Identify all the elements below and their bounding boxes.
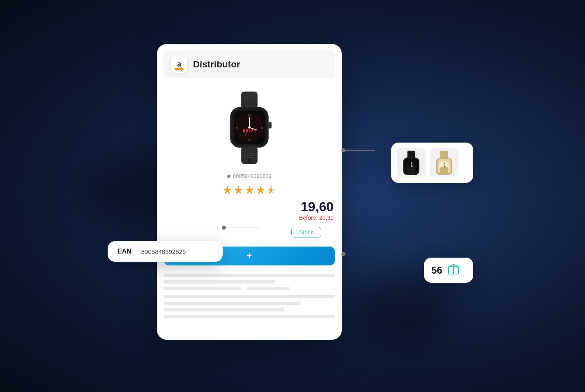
distributor-name: Distributor [193,59,240,70]
product-watch-image: 12 3 6 9 08:25 [216,91,282,165]
connector-dot-stock [341,252,345,256]
ean-card-value: 8005848392829 [141,248,186,255]
variant-black-watch [397,148,426,177]
variant-gold-watch [430,148,458,177]
ean-row-inside-card: 8005848392829 [157,173,342,179]
amazon-logo: a [171,56,187,73]
svg-rect-25 [243,153,256,154]
svg-text:3: 3 [261,126,263,130]
price-before-label: Before: [299,214,318,221]
amazon-a-letter: a [177,60,181,68]
star-3: ★ [244,183,255,197]
svg-rect-3 [243,98,256,99]
line-4 [164,295,335,298]
price-current: 19,60 [299,199,334,214]
svg-rect-1 [243,94,256,95]
svg-rect-37 [440,151,448,159]
svg-rect-26 [243,155,256,156]
line-6 [164,308,284,311]
svg-rect-24 [243,151,256,152]
svg-text:9: 9 [236,126,237,130]
stars-rating: ★ ★ ★ ★ ★ ★ [157,181,342,199]
price-before: Before: 20,30 [299,214,334,221]
stock-count-number: 56 [431,265,442,276]
line-1 [164,274,335,277]
connector-line-ean [223,228,260,228]
stock-count-card: 56 [424,258,473,283]
ean-dot-icon [227,175,230,178]
ean-number-inside: 8005848392829 [233,173,272,179]
svg-rect-30 [408,151,415,159]
svg-point-29 [248,159,251,162]
svg-rect-27 [243,157,256,158]
svg-rect-6 [243,105,256,106]
star-2: ★ [233,183,244,197]
svg-text:08:25: 08:25 [243,128,256,134]
svg-text:12: 12 [248,113,251,117]
connector-dot-variants [341,148,345,152]
svg-text:6: 6 [249,138,250,142]
svg-rect-43 [440,167,448,175]
connector-line-variants [342,150,375,151]
svg-rect-2 [243,96,256,97]
line-7 [164,315,335,318]
svg-rect-36 [408,167,415,175]
ean-card-label: EAN [117,248,131,255]
star-1: ★ [222,183,233,197]
connector-line-stock [342,254,375,254]
line-5 [164,302,301,305]
star-4: ★ [256,183,266,197]
line-3a [164,287,241,290]
price-before-value: 20,30 [319,214,334,221]
box-icon [447,263,460,278]
loading-lines [157,270,342,325]
svg-rect-4 [243,100,256,101]
amazon-arrow-icon [175,68,184,70]
product-image-area: 12 3 6 9 08:25 [157,78,342,173]
svg-rect-23 [243,148,256,149]
line-3b [247,287,290,290]
variants-card [391,143,473,183]
svg-rect-21 [269,122,272,129]
connector-dot-ean [222,226,226,230]
distributor-bar: a Distributor [164,51,335,78]
stock-badge[interactable]: Stock [291,227,321,238]
svg-rect-5 [243,103,256,104]
ean-card: EAN 8005848392829 [108,241,223,262]
main-product-card: a Distributor [157,44,342,340]
line-2 [164,280,275,284]
svg-point-20 [248,126,250,128]
